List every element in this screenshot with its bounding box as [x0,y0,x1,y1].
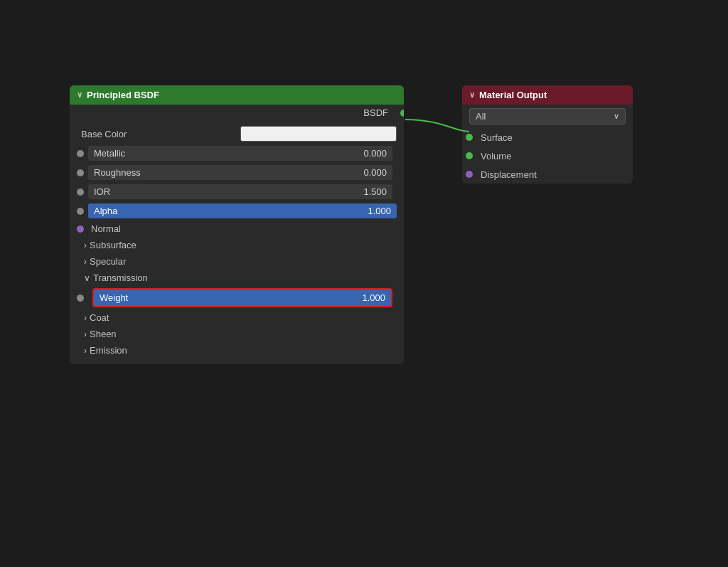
specular-chevron-icon: › [84,257,87,267]
emission-chevron-icon: › [84,346,87,356]
metallic-row: Metallic 0.000 [70,144,404,163]
sheen-section[interactable]: › Sheen [70,326,404,342]
volume-label: Volume [481,151,511,161]
weight-field[interactable]: Weight 1.000 [94,290,391,306]
alpha-field[interactable]: Alpha 1.000 [88,203,397,218]
canvas-area: ∨ Principled BSDF BSDF Base Color Metall… [0,0,728,567]
ior-socket[interactable] [77,189,84,196]
principled-chevron-icon: ∨ [77,90,82,100]
volume-input-socket[interactable] [466,152,473,159]
material-output-dropdown-row: All ∨ [462,105,633,128]
roughness-socket[interactable] [77,169,84,176]
weight-outlined-wrapper: Weight 1.000 [92,288,392,307]
ior-field[interactable]: IOR 1.500 [88,184,392,199]
node-body: Base Color Metallic 0.000 Roughness 0.00… [70,121,404,364]
transmission-label: Transmission [93,272,148,283]
transmission-chevron-icon: ∨ [84,273,90,283]
normal-row: Normal [70,221,404,237]
weight-value: 1.000 [362,292,385,303]
emission-section[interactable]: › Emission [70,342,404,359]
bsdf-output-socket[interactable] [400,110,404,117]
metallic-socket[interactable] [77,150,84,157]
material-output-chevron-icon: ∨ [469,90,475,100]
weight-row: Weight 1.000 [70,286,404,309]
sheen-label: Sheen [90,329,117,339]
ior-label: IOR [88,184,358,199]
ior-value: 1.500 [358,184,392,199]
surface-input-socket[interactable] [466,134,473,141]
coat-label: Coat [90,312,109,323]
sheen-chevron-icon: › [84,329,87,339]
subsurface-chevron-icon: › [84,240,87,250]
material-output-dropdown[interactable]: All ∨ [469,108,626,124]
emission-label: Emission [90,345,127,356]
alpha-row: Alpha 1.000 [70,201,404,221]
coat-chevron-icon: › [84,313,87,323]
surface-label: Surface [481,132,513,143]
base-color-row: Base Color [70,124,404,144]
dropdown-arrow-icon: ∨ [614,112,619,121]
metallic-label: Metallic [88,146,358,161]
bsdf-label: BSDF [363,107,388,118]
base-color-swatch[interactable] [240,126,397,142]
subsurface-label: Subsurface [90,240,136,250]
material-output-node: ∨ Material Output All ∨ Surface Volume D… [462,85,633,184]
alpha-label: Alpha [94,206,117,216]
displacement-input-socket[interactable] [466,171,473,178]
principled-bsdf-title: Principled BSDF [87,90,159,100]
alpha-value: 1.000 [368,206,391,216]
dropdown-value: All [476,111,486,122]
subsurface-section[interactable]: › Subsurface [70,237,404,253]
normal-label: Normal [91,223,121,234]
roughness-value: 0.000 [358,165,392,180]
principled-bsdf-header[interactable]: ∨ Principled BSDF [70,85,404,105]
material-output-header[interactable]: ∨ Material Output [462,85,633,105]
alpha-socket[interactable] [77,208,84,215]
weight-label: Weight [100,292,128,303]
displacement-label: Displacement [481,169,537,180]
ior-row: IOR 1.500 [70,182,404,201]
bsdf-output-row: BSDF [70,105,404,121]
principled-bsdf-node: ∨ Principled BSDF BSDF Base Color Metall… [70,85,404,364]
normal-socket[interactable] [77,226,84,233]
volume-row: Volume [462,147,633,165]
material-output-title: Material Output [479,90,547,100]
roughness-row: Roughness 0.000 [70,163,404,182]
metallic-value: 0.000 [358,146,392,161]
weight-socket[interactable] [77,295,84,302]
displacement-row: Displacement [462,165,633,184]
surface-row: Surface [462,128,633,147]
metallic-field[interactable]: Metallic 0.000 [88,146,392,161]
transmission-section[interactable]: ∨ Transmission [70,270,404,286]
roughness-label: Roughness [88,165,358,180]
specular-label: Specular [90,256,126,267]
coat-section[interactable]: › Coat [70,309,404,326]
base-color-label: Base Color [81,129,236,139]
specular-section[interactable]: › Specular [70,253,404,270]
roughness-field[interactable]: Roughness 0.000 [88,165,392,180]
